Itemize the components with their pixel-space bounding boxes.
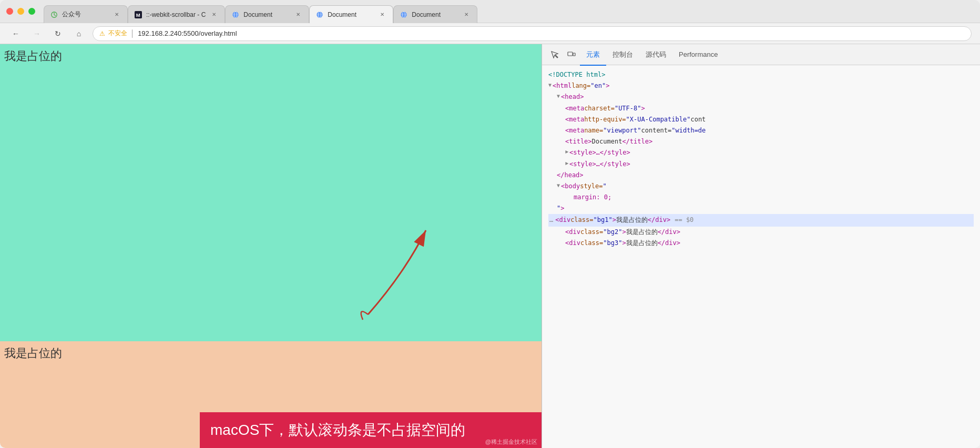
code-line-meta-compat: <meta http-equiv= "X-UA-Compatible" cont <box>548 114 974 125</box>
bg1-section: 我是占位的 <box>0 44 542 341</box>
security-warning-text: 不安全 <box>108 29 127 38</box>
code-line-style1: ▼ <style>…</style> <box>548 147 974 158</box>
web-preview: 我是占位的 我是占位的 <box>0 44 542 448</box>
tab-2[interactable]: M ::-webkit-scrollbar - C ✕ <box>128 5 225 23</box>
tab-sources-label: 源代码 <box>646 50 666 59</box>
bottom-banner: macOS下，默认滚动条是不占据空间的 @稀土掘金技术社区 <box>200 412 542 448</box>
tab-4-title: Document <box>328 11 374 18</box>
tab-performance-label: Performance <box>679 50 718 58</box>
code-line-margin: margin: 0; <box>548 192 974 203</box>
tab-performance[interactable]: Performance <box>672 45 724 66</box>
code-line-body-close-quote: " > <box>548 203 974 214</box>
traffic-lights <box>6 8 35 15</box>
url-text: 192.168.2.240:5500/overlay.html <box>138 29 237 37</box>
svg-rect-20 <box>573 53 575 56</box>
svg-rect-19 <box>568 52 573 56</box>
tab-elements[interactable]: 元素 <box>580 45 606 66</box>
code-line-doctype: <!DOCTYPE html> <box>548 69 974 80</box>
tab-5-title: Document <box>412 11 458 18</box>
tab-3[interactable]: Document ✕ <box>225 5 309 23</box>
code-line-head: ▼ <head> <box>548 91 974 103</box>
code-line-meta-charset: <meta charset= "UTF-8" > <box>548 103 974 114</box>
maximize-button[interactable] <box>28 8 35 15</box>
device-emulation-icon[interactable] <box>563 46 580 63</box>
element-picker-icon[interactable] <box>546 46 563 63</box>
code-line-head-close: </head> <box>548 170 974 181</box>
tab-5[interactable]: Document ✕ <box>393 5 477 23</box>
bg1-text: 我是占位的 <box>4 48 62 64</box>
chrome-window: 公众号 ✕ M ::-webkit-scrollbar - C ✕ Docume… <box>0 0 980 448</box>
tab-1-close[interactable]: ✕ <box>113 11 121 19</box>
tab-4[interactable]: Document ✕ <box>309 5 393 23</box>
devtools-panel: 元素 控制台 源代码 Performance <!DOCTYPE html> <box>542 44 980 448</box>
code-line-style2: ▼ <style>…</style> <box>548 159 974 170</box>
tab-3-close[interactable]: ✕ <box>294 11 302 19</box>
tab-console[interactable]: 控制台 <box>606 45 639 66</box>
globe-icon-5 <box>400 11 407 18</box>
banner-text: macOS下，默认滚动条是不占据空间的 <box>210 420 465 440</box>
reload-button[interactable]: ↻ <box>50 26 65 41</box>
code-line-meta-viewport: <meta name= "viewport" content= "width=d… <box>548 125 974 136</box>
refresh-icon <box>50 11 58 18</box>
code-line-bg3: <div class= "bg3" > 我是占位的 </div> <box>548 238 974 249</box>
tab-sources[interactable]: 源代码 <box>639 45 672 66</box>
close-button[interactable] <box>6 8 13 15</box>
globe-icon-3 <box>232 11 239 18</box>
watermark-text: @稀土掘金技术社区 <box>485 438 537 446</box>
code-line-title: <title> Document </title> <box>548 136 974 147</box>
main-content: 我是占位的 我是占位的 <box>0 44 980 448</box>
svg-text:M: M <box>136 12 140 17</box>
tab-3-title: Document <box>243 11 290 18</box>
globe-icon-4 <box>316 11 323 18</box>
minimize-button[interactable] <box>17 8 24 15</box>
tabs-container: 公众号 ✕ M ::-webkit-scrollbar - C ✕ Docume… <box>44 0 974 23</box>
devtools-code-content[interactable]: <!DOCTYPE html> ▼ <html lang= "en" > ▼ <… <box>542 65 980 448</box>
tab-4-close[interactable]: ✕ <box>378 11 386 19</box>
back-button[interactable]: ← <box>8 26 23 41</box>
title-bar: 公众号 ✕ M ::-webkit-scrollbar - C ✕ Docume… <box>0 0 980 23</box>
url-bar[interactable]: ⚠ 不安全 │ 192.168.2.240:5500/overlay.html <box>93 26 972 41</box>
devtools-tabs: 元素 控制台 源代码 Performance <box>542 44 980 65</box>
tab-1[interactable]: 公众号 ✕ <box>44 5 128 23</box>
code-line-bg2: <div class= "bg2" > 我是占位的 </div> <box>548 227 974 238</box>
tab-2-title: ::-webkit-scrollbar - C <box>146 11 206 18</box>
tab-5-close[interactable]: ✕ <box>462 11 471 19</box>
tab-1-title: 公众号 <box>62 10 108 19</box>
address-bar: ← → ↻ ⌂ ⚠ 不安全 │ 192.168.2.240:5500/overl… <box>0 23 980 44</box>
code-line-html: ▼ <html lang= "en" > <box>548 80 974 91</box>
home-button[interactable]: ⌂ <box>72 26 86 41</box>
dots-indicator: … <box>549 215 553 225</box>
m-icon: M <box>135 11 142 18</box>
forward-button[interactable]: → <box>29 26 44 41</box>
code-line-body: ▼ <body style= " <box>548 181 974 192</box>
bg2-text: 我是占位的 <box>4 345 62 361</box>
security-warning-icon: ⚠ <box>99 30 105 37</box>
tab-2-close[interactable]: ✕ <box>210 11 218 19</box>
code-line-bg1[interactable]: … <div class= "bg1" > 我是占位的 </div> == $0 <box>548 214 974 226</box>
url-separator: │ <box>130 29 135 37</box>
tab-console-label: 控制台 <box>612 50 633 59</box>
tab-elements-label: 元素 <box>586 50 600 59</box>
equals-dollar-zero: == $0 <box>675 215 693 225</box>
